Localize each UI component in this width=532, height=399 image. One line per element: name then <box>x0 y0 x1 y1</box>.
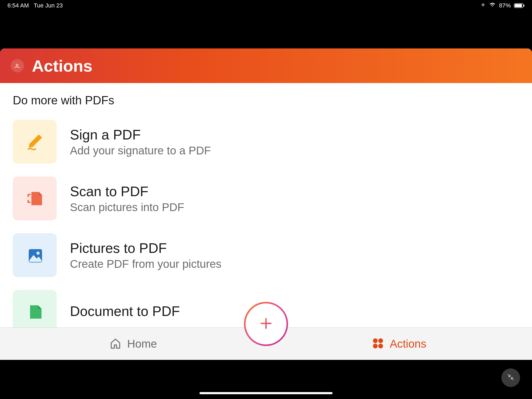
fab-new[interactable] <box>245 303 287 345</box>
plus-icon <box>258 315 274 332</box>
page-title: Actions <box>32 56 92 75</box>
home-icon <box>109 337 122 351</box>
document-icon <box>13 290 57 328</box>
action-title: Scan to PDF <box>70 183 184 199</box>
status-time: 6:54 AM <box>7 2 29 9</box>
avatar-initials: JL <box>14 63 20 69</box>
svg-point-7 <box>373 344 378 348</box>
svg-rect-2 <box>523 5 524 7</box>
action-title: Document to PDF <box>70 303 180 319</box>
collapse-icon <box>506 372 516 383</box>
nav-actions-label: Actions <box>390 338 426 350</box>
nav-home[interactable]: Home <box>27 337 239 351</box>
home-indicator[interactable] <box>200 392 332 394</box>
action-title: Sign a PDF <box>70 127 211 143</box>
action-subtitle: Add your signature to a PDF <box>70 144 211 157</box>
action-subtitle: Scan pictures into PDF <box>70 201 184 214</box>
svg-point-6 <box>378 338 383 343</box>
battery-icon <box>514 3 525 8</box>
status-bar: 6:54 AM Tue Jun 23 87% <box>0 0 532 11</box>
action-list: Sign a PDF Add your signature to a PDF S… <box>13 120 519 328</box>
nav-home-label: Home <box>127 338 157 350</box>
avatar[interactable]: JL <box>11 59 24 72</box>
content: Do more with PDFs Sign a PDF Add your si… <box>0 83 532 328</box>
svg-point-4 <box>36 252 40 255</box>
sign-icon <box>13 120 57 164</box>
svg-point-8 <box>378 344 383 348</box>
header: JL Actions <box>0 48 532 83</box>
app-container: JL Actions Do more with PDFs Sign a PDF … <box>0 48 532 360</box>
svg-rect-1 <box>515 4 522 7</box>
action-subtitle: Create PDF from your pictures <box>70 258 222 270</box>
action-title: Pictures to PDF <box>70 240 222 256</box>
status-date: Tue Jun 23 <box>34 2 63 9</box>
action-scan-pdf[interactable]: Scan to PDF Scan pictures into PDF <box>13 176 519 220</box>
scan-icon <box>13 176 57 220</box>
svg-point-5 <box>373 338 378 343</box>
battery-percent: 87% <box>499 2 511 9</box>
nav-actions[interactable]: Actions <box>293 337 505 351</box>
wifi-icon <box>489 2 496 9</box>
action-pictures-pdf[interactable]: Pictures to PDF Create PDF from your pic… <box>13 233 519 277</box>
collapse-button[interactable] <box>501 368 520 387</box>
action-sign-pdf[interactable]: Sign a PDF Add your signature to a PDF <box>13 120 519 164</box>
pictures-icon <box>13 233 57 277</box>
section-title: Do more with PDFs <box>13 94 519 107</box>
dnd-icon <box>480 2 486 9</box>
grid-icon <box>372 337 384 351</box>
